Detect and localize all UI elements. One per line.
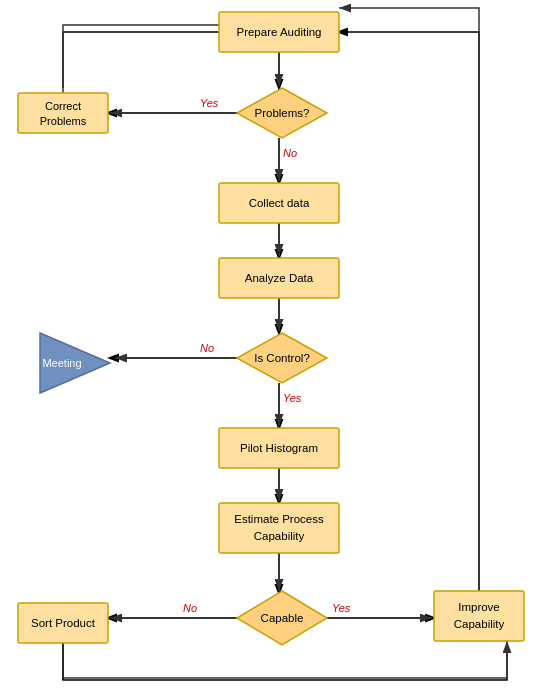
yes-control-label: Yes <box>283 392 302 404</box>
improve-capability-label1: Improve <box>458 601 500 613</box>
flowchart-main: Prepare Auditing Problems? Correct Probl… <box>0 0 538 695</box>
prepare-auditing-label: Prepare Auditing <box>236 26 321 38</box>
estimate-process-node <box>219 503 339 553</box>
capable-label: Capable <box>261 612 304 624</box>
no-control-label: No <box>200 342 214 354</box>
improve-capability-label2: Capability <box>454 618 505 630</box>
no-problems-label: No <box>283 147 297 159</box>
estimate-process-label2: Capability <box>254 530 305 542</box>
yes-capable-label: Yes <box>332 602 351 614</box>
is-control-label: Is Control? <box>254 352 310 364</box>
collect-data-label: Collect data <box>249 197 310 209</box>
estimate-process-label1: Estimate Process <box>234 513 324 525</box>
pilot-histogram-label: Pilot Histogram <box>240 442 318 454</box>
problems-label: Problems? <box>255 107 310 119</box>
correct-problems-label2: Problems <box>40 115 87 127</box>
meeting-label: Meeting <box>42 357 81 369</box>
analyze-data-label: Analyze Data <box>245 272 314 284</box>
correct-problems-node <box>18 93 108 133</box>
yes-problems-label: Yes <box>200 97 219 109</box>
correct-problems-label: Correct <box>45 100 81 112</box>
improve-capability-node <box>434 591 524 641</box>
no-capable-label: No <box>183 602 197 614</box>
flowchart: Prepare Auditing Problems? Correct Probl… <box>0 0 538 695</box>
sort-product-label: Sort Product <box>31 617 96 629</box>
